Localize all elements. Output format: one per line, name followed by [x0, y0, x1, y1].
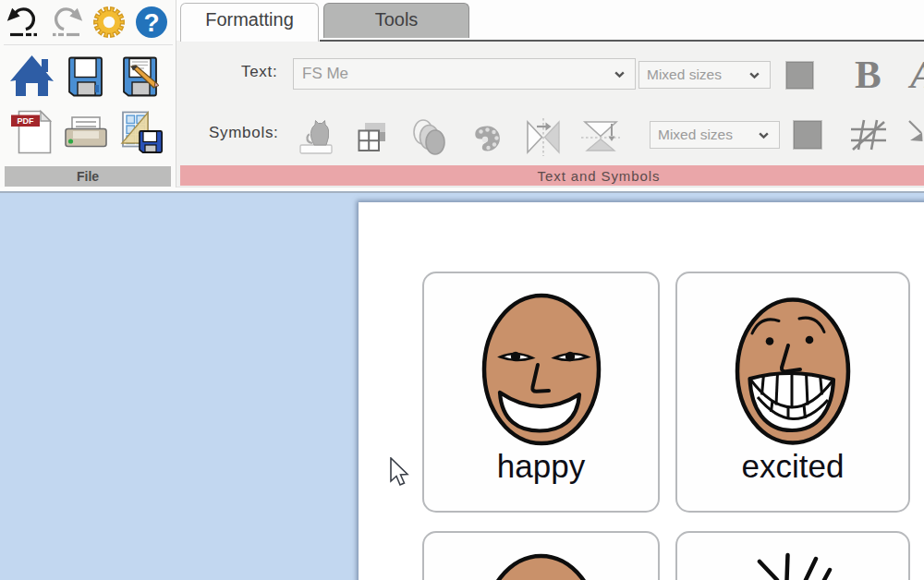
svg-text:PDF: PDF [18, 116, 35, 126]
svg-text:?: ? [143, 8, 159, 37]
